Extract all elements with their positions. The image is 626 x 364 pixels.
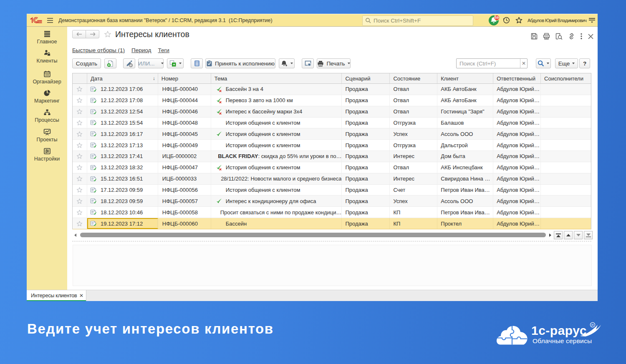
svg-text:59: 59 xyxy=(495,15,499,20)
svg-text:R: R xyxy=(591,323,594,327)
